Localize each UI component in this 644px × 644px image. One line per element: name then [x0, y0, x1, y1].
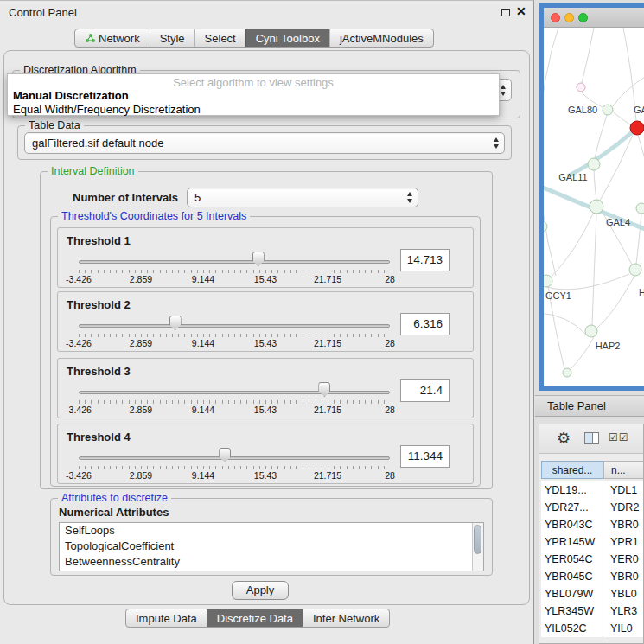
dropdown-option-equal-width-frequency[interactable]: Equal Width/Frequency Discretization: [13, 103, 201, 116]
combobox-stepper-icon[interactable]: [494, 137, 499, 149]
network-node[interactable]: [585, 325, 597, 337]
table-cell[interactable]: YDR27...: [541, 499, 603, 516]
tab-cyni-toolbox[interactable]: Cyni Toolbox: [245, 29, 329, 47]
slider-track[interactable]: [79, 391, 390, 394]
table-cell[interactable]: YPR1: [603, 533, 644, 551]
combobox-stepper-icon[interactable]: [407, 192, 412, 203]
table-cell[interactable]: YBR0: [603, 568, 644, 585]
threshold-value-field[interactable]: 11.344: [400, 445, 450, 468]
threshold-value-field[interactable]: 6.316: [400, 313, 450, 335]
network-canvas[interactable]: GAL80GAGAL11GAL4HGCY1HAP2: [544, 28, 644, 386]
table-cell[interactable]: YBR043C: [541, 516, 603, 533]
network-node[interactable]: [603, 105, 613, 115]
threshold-value-field[interactable]: 14.713: [400, 249, 450, 271]
threshold-value-field[interactable]: 21.4: [400, 379, 450, 402]
table-cell[interactable]: YDL19...: [541, 481, 603, 499]
table-row[interactable]: YBR045CYBR0: [541, 568, 644, 585]
network-edge[interactable]: [613, 112, 631, 125]
attribute-list-item[interactable]: BetweennessCentrality: [60, 554, 483, 570]
apply-button[interactable]: Apply: [232, 581, 289, 600]
network-node[interactable]: [577, 83, 585, 92]
table-row[interactable]: YDL19...YDL1: [541, 481, 644, 499]
attribute-list-item[interactable]: SelfLoops: [60, 523, 483, 539]
table-data-combobox[interactable]: galFiltered.sif default node: [24, 132, 505, 154]
table-cell[interactable]: YBL0: [603, 585, 644, 603]
table-cell[interactable]: YBL079W: [541, 585, 603, 603]
table-cell[interactable]: YBR0: [603, 516, 644, 533]
network-edge[interactable]: [544, 313, 587, 335]
zoom-traffic-light-icon[interactable]: [578, 13, 588, 22]
network-edge[interactable]: [582, 28, 594, 83]
table-cell[interactable]: YIL052C: [541, 620, 603, 637]
table-row[interactable]: YIL052CYIL0: [541, 620, 644, 637]
column-header-n[interactable]: n...: [603, 461, 644, 479]
network-edge[interactable]: [636, 214, 641, 264]
slider-thumb[interactable]: [219, 448, 231, 462]
network-node[interactable]: [630, 121, 644, 135]
network-edge[interactable]: [638, 135, 644, 183]
threshold-4-slider[interactable]: [79, 447, 390, 464]
slider-track[interactable]: [79, 324, 390, 328]
number-of-intervals-combobox[interactable]: 5: [187, 188, 418, 207]
tab-style[interactable]: Style: [150, 29, 194, 47]
table-row[interactable]: YBL079WYBL0: [541, 585, 644, 603]
table-cell[interactable]: YIL0: [603, 620, 644, 637]
combobox-stepper-icon[interactable]: [501, 85, 506, 96]
float-window-icon[interactable]: [501, 9, 510, 16]
network-node[interactable]: [544, 221, 547, 232]
table-cell[interactable]: YER054C: [541, 551, 603, 568]
network-edge[interactable]: [592, 214, 596, 325]
attribute-list-item[interactable]: TopologicalCoefficient: [60, 539, 483, 554]
network-node[interactable]: [629, 264, 641, 276]
slider-thumb[interactable]: [169, 316, 182, 330]
close-icon[interactable]: ✕: [516, 4, 526, 18]
table-cell[interactable]: YLR3: [603, 603, 644, 620]
slider-thumb[interactable]: [318, 382, 330, 397]
numerical-attributes-list[interactable]: SelfLoopsTopologicalCoefficientBetweenne…: [59, 522, 484, 571]
slider-track[interactable]: [79, 260, 390, 264]
table-cell[interactable]: YBR045C: [541, 568, 603, 585]
checkbox-icons[interactable]: ☑☑: [609, 431, 629, 443]
network-edge[interactable]: [552, 212, 594, 277]
table-cell[interactable]: YDL1: [603, 481, 644, 499]
table-cell[interactable]: YER0: [603, 551, 644, 568]
table-row[interactable]: YBR043CYBR0: [541, 516, 644, 533]
network-window-titlebar[interactable]: [544, 8, 644, 28]
gear-icon[interactable]: ⚙: [557, 429, 571, 448]
network-node[interactable]: [544, 275, 552, 287]
tab-discretize-data[interactable]: Discretize Data: [207, 609, 303, 627]
tab-infer-network[interactable]: Infer Network: [303, 609, 389, 627]
scrollbar[interactable]: [472, 523, 483, 571]
table-row[interactable]: YDR27...YDR2: [541, 499, 644, 516]
network-edge[interactable]: [613, 75, 644, 106]
close-traffic-light-icon[interactable]: [551, 13, 560, 22]
columns-icon[interactable]: [584, 432, 599, 444]
network-edge[interactable]: [570, 337, 594, 370]
table-cell[interactable]: YLR345W: [541, 603, 603, 620]
slider-track[interactable]: [79, 456, 390, 460]
threshold-1-slider[interactable]: [79, 251, 390, 268]
minimize-traffic-light-icon[interactable]: [564, 13, 574, 22]
tab-impute-data[interactable]: Impute Data: [126, 609, 207, 627]
network-edge[interactable]: [544, 28, 561, 276]
table-row[interactable]: YPR145WYPR1: [541, 533, 644, 551]
network-node[interactable]: [590, 200, 603, 214]
scrollbar-thumb[interactable]: [474, 525, 481, 554]
network-node[interactable]: [588, 158, 600, 170]
tab-jactivemnodules[interactable]: jActiveMNodules: [329, 29, 433, 47]
table-cell[interactable]: YPR145W: [541, 533, 603, 551]
table-row[interactable]: YER054CYER0: [541, 551, 644, 568]
tab-network[interactable]: Network: [75, 29, 150, 47]
network-edge[interactable]: [594, 170, 596, 200]
table-cell[interactable]: YDR2: [603, 499, 644, 516]
slider-thumb[interactable]: [252, 252, 265, 266]
tab-select[interactable]: Select: [194, 29, 245, 47]
threshold-2-slider[interactable]: [79, 315, 390, 332]
table-row[interactable]: YLR345WYLR3: [541, 603, 644, 620]
dropdown-option-manual-discretization[interactable]: Manual Discretization: [13, 89, 129, 102]
network-node[interactable]: [636, 203, 644, 214]
column-header-shared[interactable]: shared...: [541, 461, 603, 479]
network-node[interactable]: [563, 368, 571, 377]
threshold-3-slider[interactable]: [79, 381, 390, 399]
network-edge[interactable]: [546, 274, 629, 290]
